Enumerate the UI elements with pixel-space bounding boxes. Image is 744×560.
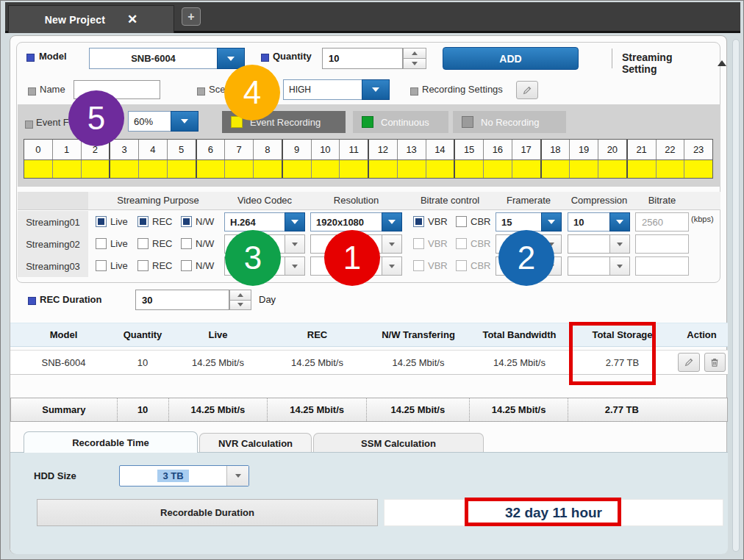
nw-checkbox[interactable]: N/W (181, 260, 214, 271)
hour-cell-18[interactable] (542, 160, 570, 178)
tab-nvr-calculation[interactable]: NVR Calculation (199, 433, 312, 453)
nw-checkbox[interactable]: N/W (181, 238, 214, 249)
new-tab-button[interactable]: + (182, 7, 201, 26)
summary-live: 14.25 Mbit/s (169, 398, 268, 421)
scenario-value: HIGH (283, 79, 362, 100)
chevron-down-icon[interactable] (609, 212, 630, 231)
hour-cell-9[interactable] (283, 160, 312, 178)
chevron-down-icon[interactable] (382, 212, 402, 231)
mode-continuous-button[interactable]: Continuous (353, 111, 448, 133)
chevron-down-icon[interactable] (285, 212, 305, 231)
chevron-down-icon[interactable] (541, 212, 562, 231)
tab-ssm-calculation[interactable]: SSM Calculation (313, 433, 484, 453)
close-icon[interactable]: ✕ (127, 13, 137, 26)
cbr-checkbox[interactable]: CBR (456, 216, 490, 227)
hour-cell-17[interactable] (512, 160, 542, 178)
resolution-dropdown[interactable]: 1920x1080 (310, 212, 402, 231)
header-corner-cell (18, 192, 88, 209)
bitrate-input[interactable] (635, 234, 689, 254)
rec-checkbox[interactable]: REC (137, 260, 172, 271)
quantity-stepper[interactable] (403, 48, 426, 69)
hour-cell-4[interactable] (139, 160, 168, 178)
collapse-icon[interactable] (718, 60, 726, 66)
add-button[interactable]: ADD (443, 47, 579, 70)
hour-cell-14[interactable] (426, 160, 456, 178)
chevron-down-icon[interactable] (362, 79, 390, 100)
hour-cell-22[interactable] (657, 160, 685, 178)
chevron-down-icon[interactable] (285, 234, 305, 254)
quantity-input[interactable] (322, 48, 403, 69)
live-checkbox[interactable]: Live (96, 216, 128, 227)
hour-cell-19[interactable] (570, 160, 598, 178)
hour-cell-11[interactable] (340, 160, 369, 178)
hour-cell-23[interactable] (684, 160, 712, 178)
chevron-down-icon[interactable] (609, 256, 630, 276)
rec-duration-unit: Day (259, 294, 276, 305)
codec-dropdown[interactable]: H.264 (224, 212, 305, 231)
name-bullet-icon (28, 87, 36, 96)
hour-cell-0[interactable] (24, 160, 53, 178)
tab-new-project[interactable]: New Project ✕ (8, 5, 174, 33)
streaming-setting-toggle[interactable]: Streaming Setting (622, 51, 726, 75)
hour-header-16: 16 (484, 140, 512, 159)
chevron-down-icon[interactable] (171, 111, 198, 132)
chevron-down-icon[interactable] (382, 256, 402, 276)
annotation-circle-2: 2 (498, 230, 554, 286)
recording-settings-edit-button[interactable] (516, 81, 538, 99)
spinner-up-icon[interactable] (229, 290, 251, 301)
compression-dropdown[interactable]: 10 (568, 212, 630, 231)
bitrate-input[interactable] (635, 256, 689, 276)
hour-cell-13[interactable] (398, 160, 426, 178)
chevron-down-icon[interactable] (285, 256, 305, 276)
spinner-up-icon[interactable] (403, 48, 426, 59)
vbr-checkbox[interactable]: VBR (413, 216, 448, 227)
col-rec: REC (268, 323, 367, 346)
col-live: Live (168, 323, 268, 346)
rec-duration-input[interactable] (135, 290, 229, 310)
delete-row-button[interactable] (704, 353, 726, 372)
hour-cell-20[interactable] (598, 160, 628, 178)
nw-checkbox[interactable]: N/W (181, 216, 214, 227)
hour-cell-3[interactable] (110, 160, 139, 178)
mode-no-recording-button[interactable]: No Recording (453, 111, 566, 133)
chevron-down-icon[interactable] (609, 234, 630, 254)
live-checkbox[interactable]: Live (96, 238, 128, 249)
hour-cell-12[interactable] (369, 160, 398, 178)
edit-row-button[interactable] (678, 353, 700, 372)
hour-cell-10[interactable] (312, 160, 340, 178)
scenario-dropdown[interactable]: HIGH (283, 79, 390, 100)
vbr-checkbox[interactable]: VBR (413, 260, 448, 271)
rec-duration-stepper[interactable] (229, 290, 251, 310)
hour-cell-1[interactable] (53, 160, 82, 178)
hour-cell-7[interactable] (225, 160, 254, 178)
spinner-down-icon[interactable] (229, 301, 251, 311)
hour-cell-8[interactable] (254, 160, 283, 178)
framerate-dropdown[interactable]: 15 (496, 212, 562, 231)
chevron-down-icon[interactable] (217, 48, 245, 69)
vertical-scrollbar[interactable] (732, 39, 740, 552)
rec-checkbox[interactable]: REC (137, 238, 172, 249)
model-dropdown[interactable]: SNB-6004 (89, 48, 245, 69)
compression-dropdown[interactable] (568, 234, 630, 254)
hdd-size-dropdown[interactable]: 3 TB (119, 465, 249, 487)
spinner-down-icon[interactable] (403, 59, 426, 69)
tab-recordable-time[interactable]: Recordable Time (24, 431, 198, 453)
bitrate-input[interactable] (635, 212, 689, 231)
hour-cell-21[interactable] (628, 160, 657, 178)
rec-checkbox[interactable]: REC (137, 216, 172, 227)
hour-cell-6[interactable] (197, 160, 226, 178)
hour-cell-16[interactable] (484, 160, 512, 178)
col-total-bandwidth: Total Bandwidth (470, 323, 569, 346)
chevron-down-icon[interactable] (382, 234, 402, 254)
cbr-checkbox[interactable]: CBR (456, 238, 490, 249)
compression-dropdown[interactable] (568, 256, 630, 276)
hour-cell-15[interactable] (455, 160, 484, 178)
divider (612, 49, 612, 68)
cbr-checkbox[interactable]: CBR (456, 260, 490, 271)
chevron-down-icon[interactable] (226, 466, 248, 486)
hour-cell-5[interactable] (168, 160, 197, 178)
event-frequency-dropdown[interactable]: 60% (128, 111, 198, 132)
vbr-checkbox[interactable]: VBR (413, 238, 448, 249)
hour-cell-2[interactable] (82, 160, 111, 178)
live-checkbox[interactable]: Live (96, 260, 128, 271)
